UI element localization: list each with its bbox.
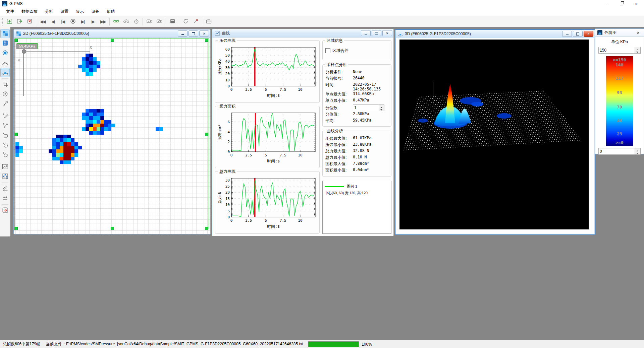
- menu-item-0[interactable]: 文件: [3, 8, 17, 15]
- menu-item-3[interactable]: 设置: [57, 8, 72, 15]
- link-device-button[interactable]: [111, 17, 121, 26]
- play-button[interactable]: ▶: [88, 17, 98, 26]
- view-2d-button[interactable]: [0, 29, 10, 38]
- window-curves-maximize-button[interactable]: [372, 30, 381, 36]
- pressure-cell: [97, 116, 100, 120]
- restore-button[interactable]: [614, 0, 629, 7]
- menu-item-1[interactable]: 数据回放: [18, 8, 41, 15]
- window-2d-minimize-button[interactable]: [178, 30, 187, 37]
- selection-handle[interactable]: [111, 227, 114, 230]
- scale-min-spinner[interactable]: [635, 148, 640, 154]
- checkbox-box-icon[interactable]: [325, 48, 330, 53]
- window-3d-close-button[interactable]: ×: [584, 31, 593, 37]
- colormap-titlebar[interactable]: 色阶图 ×: [595, 29, 644, 37]
- refresh-button[interactable]: [180, 17, 191, 26]
- window-2d-close-button[interactable]: ×: [199, 30, 209, 37]
- add-circle-button[interactable]: [0, 141, 10, 150]
- file-manager-button[interactable]: [204, 17, 214, 26]
- toolbar-grip[interactable]: [2, 18, 3, 26]
- export-file-button[interactable]: [14, 17, 24, 26]
- angle-analysis-button[interactable]: [0, 184, 10, 193]
- center-point-button[interactable]: [0, 90, 10, 99]
- window-3d-maximize-button[interactable]: [573, 31, 583, 37]
- window-3d-minimize-button[interactable]: [562, 31, 572, 37]
- add-rect-button[interactable]: [0, 131, 10, 140]
- view-3d-wireframe-button[interactable]: [0, 58, 10, 67]
- go-last-button[interactable]: ▶|: [78, 17, 88, 26]
- selection-handle[interactable]: [205, 39, 208, 42]
- scale-min-field[interactable]: [599, 148, 635, 154]
- svg-text:60: 60: [225, 47, 230, 52]
- display-button[interactable]: [167, 17, 177, 26]
- crop-region-button[interactable]: [0, 80, 10, 89]
- quantile-value-field[interactable]: [353, 105, 379, 111]
- window-curves-minimize-button[interactable]: [361, 30, 371, 36]
- surface-3d-view[interactable]: [399, 40, 589, 229]
- export-data-button[interactable]: [0, 206, 10, 215]
- selection-handle[interactable]: [205, 133, 208, 136]
- selection-handle[interactable]: [14, 227, 18, 230]
- pressure-cell: [82, 116, 86, 120]
- window-2d-maximize-button[interactable]: [189, 30, 198, 37]
- skip-backward-button[interactable]: ◀◀: [38, 17, 48, 26]
- pressure-cell: [15, 146, 19, 149]
- scale-max-input[interactable]: [598, 47, 641, 54]
- selection-handle[interactable]: [111, 39, 114, 42]
- stop-button[interactable]: [68, 17, 78, 26]
- axis-origin-handle[interactable]: [22, 49, 26, 54]
- quantile-input[interactable]: [353, 105, 384, 111]
- go-first-button[interactable]: |◀: [58, 17, 68, 26]
- svg-text:5: 5: [227, 209, 230, 213]
- press-analysis-button[interactable]: [0, 194, 10, 203]
- scale-max-spinner[interactable]: [635, 47, 640, 53]
- selection-handle[interactable]: [14, 39, 18, 42]
- add-polygon-button[interactable]: [0, 150, 10, 159]
- force-curve-chart[interactable]: 05101520253002.557.510总力:N时间:s: [217, 176, 318, 229]
- menu-item-5[interactable]: 设备: [88, 8, 103, 15]
- selection-handle[interactable]: [205, 227, 208, 230]
- pressure-cell: [97, 113, 100, 116]
- app-title: G-PMS: [9, 1, 22, 6]
- pressure-curve-chart[interactable]: 010203040506002.557.510压强:KPa时间:s: [217, 45, 318, 98]
- selection-handle[interactable]: [14, 133, 18, 136]
- new-session-button[interactable]: [4, 17, 14, 26]
- quantile-spinner[interactable]: [379, 105, 384, 111]
- pressure-cell: [63, 153, 67, 157]
- pressure-cell: [74, 142, 78, 146]
- window-2d-titlebar[interactable]: 2D (F606025:G-F1P3D2205C00005) ×: [14, 29, 210, 38]
- view-3d-button[interactable]: [0, 68, 10, 77]
- pressure-cell: [93, 65, 97, 68]
- window-curves-close-button[interactable]: ×: [382, 30, 392, 36]
- pressure-grid-2d[interactable]: 59.45KPa X Y: [14, 38, 210, 234]
- unlink-device-button[interactable]: [121, 17, 131, 26]
- chart-tool-button[interactable]: [0, 162, 10, 171]
- timer-button[interactable]: [131, 17, 141, 26]
- view-values-button[interactable]: 2453: [0, 39, 10, 48]
- window-3d-titlebar[interactable]: 3D (F606025:G-F1P3D2205C00005) ×: [395, 30, 595, 38]
- matrix-tool-button[interactable]: [0, 172, 10, 181]
- scale-min-input[interactable]: [598, 148, 641, 155]
- pressure-cell: [67, 146, 71, 149]
- track-record-button[interactable]: [191, 17, 201, 26]
- menu-item-4[interactable]: 显示: [72, 8, 87, 15]
- draw-annotation-button[interactable]: [0, 112, 10, 121]
- menu-item-2[interactable]: 分析: [42, 8, 56, 15]
- area-curve-chart[interactable]: 024602.557.510面积:cm²时间:s: [217, 110, 318, 164]
- colormap-close-button[interactable]: ×: [634, 30, 643, 35]
- fast-forward-button[interactable]: ▶▶: [98, 17, 108, 26]
- add-line-button[interactable]: [0, 121, 10, 130]
- minimize-button[interactable]: [599, 0, 614, 7]
- track-path-button[interactable]: [0, 99, 10, 109]
- toolbar-separator: [166, 18, 166, 25]
- view-region-button[interactable]: [0, 49, 10, 58]
- video-start-button[interactable]: [144, 17, 154, 26]
- step-backward-button[interactable]: ◀: [48, 17, 58, 26]
- window-curves-titlebar[interactable]: 曲线 ×: [212, 29, 393, 38]
- region-merge-checkbox[interactable]: 区域合并: [325, 48, 391, 54]
- window-2d-title: 2D (F606025:G-F1P3D2205C00005): [23, 31, 89, 36]
- menu-item-6[interactable]: 帮助: [103, 8, 118, 15]
- video-stop-button[interactable]: [154, 17, 164, 26]
- scale-max-field[interactable]: [599, 47, 635, 53]
- delete-file-button[interactable]: [24, 17, 35, 26]
- close-button[interactable]: ×: [629, 0, 644, 7]
